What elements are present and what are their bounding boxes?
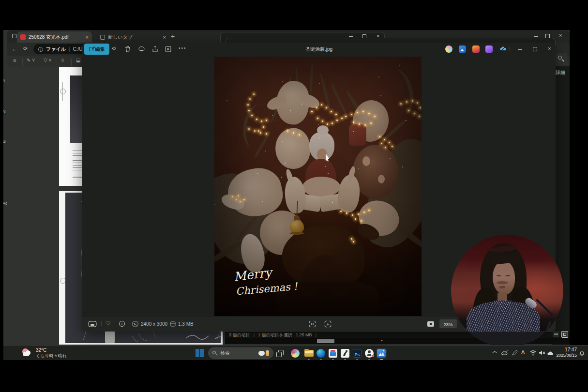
status-items-count: 3 個の項目 [229,332,250,338]
photos-title: 圣诞涂装.jpg [82,46,556,53]
browser-tab-active[interactable]: 250628 玄光本.pdf × [17,31,92,43]
address-divider: | [69,46,70,52]
zoom-actual-button[interactable] [324,320,332,328]
browser-close-button[interactable]: × [559,32,562,38]
explorer2-minimize[interactable] [349,36,353,37]
explorer-view-toggle-thumbnails[interactable] [561,331,568,338]
weather-widget[interactable]: 32°C くもり時々晴れ [22,347,87,360]
designer-icon[interactable] [472,45,480,53]
ime-indicator[interactable]: A [521,349,525,355]
start-button[interactable] [196,349,204,358]
desktop-icon-label: G [3,139,6,144]
store-icon[interactable] [329,349,337,358]
tray-time: 17:47 [555,347,577,353]
webcam-person-face [493,261,515,295]
back-icon[interactable]: ← [12,45,17,52]
webcam-face-shadow [497,281,508,284]
erase-tool-icon[interactable]: ◊ [61,58,64,63]
favorite-icon[interactable]: ♡ [106,320,111,327]
fullscreen-button[interactable] [427,321,435,327]
tab-close-icon[interactable]: × [163,34,166,40]
page2-bright-spot [105,330,115,343]
webcam-person-mouth [499,286,505,288]
camera-app-icon[interactable] [365,349,374,358]
taskbar: 32°C くもり時々晴れ 検索 Ps [3,345,588,360]
highlight-tool-icon[interactable]: ▽ ˅ [44,58,51,63]
photoshop-icon[interactable]: Ps [353,349,362,358]
search-label: 検索 [220,350,256,357]
running-app-dot [368,359,370,360]
tray-clock[interactable]: 17:47 2025/08/15 [555,347,577,358]
page-view-icon[interactable]: ⬓ [76,58,80,63]
zbrush-icon[interactable] [341,349,349,358]
wifi-icon[interactable] [529,350,537,356]
clipchamp-icon[interactable] [485,45,493,53]
refresh-icon[interactable]: ⟳ [23,45,28,52]
tray-chevron-icon[interactable] [492,350,497,355]
artwork-image[interactable]: MerryChrisemas ! [214,57,422,316]
edge-icon[interactable] [317,349,325,358]
cloud-tray-icon[interactable] [547,350,555,356]
image-filesize: 1.3 MB [178,321,194,327]
desktop-icon-label: : [3,169,4,174]
address-scheme: ファイル [46,46,66,53]
tab-close-icon[interactable]: × [86,34,89,40]
photoshop-icon-label: Ps [355,352,360,357]
running-app-dot [332,359,334,360]
crop-mark [60,89,66,94]
gallery-icon[interactable] [459,45,466,53]
pdf-details-label[interactable]: 詳細 [556,69,565,76]
scroll-dropdown-arrow[interactable]: ▾ [381,338,383,343]
zoom-fit-button[interactable] [309,320,316,328]
status-divider: | [254,332,255,337]
running-app-dot [356,359,358,360]
photos-minimize-button[interactable] [518,49,522,50]
status-selected-size: 1.25 MB [296,332,312,337]
file-explorer-icon[interactable] [304,349,314,358]
volume-muted-icon[interactable] [539,350,545,356]
explorer-view-toggle-list[interactable] [553,332,559,337]
desktop-icon-label: A [3,78,5,83]
toc-icon[interactable]: ≡ [13,58,16,63]
filmstrip-button[interactable] [88,321,97,328]
tab-title: 250628 玄光本.pdf [29,34,83,41]
screen: A N G : Ac 250628 玄光本.pdf × 新しいタブ × + × [3,30,588,360]
onedrive-tray-icon[interactable] [501,350,509,356]
search-highlight-cloud [258,351,265,356]
running-app-dot [308,359,310,360]
running-app-dot [344,359,346,360]
copilot-taskbar-icon[interactable] [291,349,300,358]
pdf-search-icon[interactable] [555,53,567,66]
tab-search-button[interactable] [12,34,16,38]
search-icon [212,351,217,356]
notification-bell-icon[interactable] [579,350,585,357]
pdf-file-icon [20,34,26,40]
info-icon[interactable]: i [38,47,43,52]
pen-tray-icon[interactable] [512,350,518,356]
taskview-button[interactable] [276,349,285,358]
zoom-level-value: 28% [443,322,452,327]
photos-maximize-button[interactable] [533,47,537,51]
scrollbar-thumb[interactable] [317,339,334,343]
new-tab-button[interactable]: + [171,32,175,40]
copilot-icon[interactable] [445,45,452,53]
status-selected-count: 1 個の項目を選択 [258,332,292,338]
weather-icon [22,348,32,359]
photos-close-button[interactable]: × [548,45,551,51]
photos-app-icon[interactable] [376,348,387,359]
photos-titlebar: 編集 ⟲ ••• 圣诞涂装.jpg | × [82,43,556,56]
browser-minimize-button[interactable] [534,36,538,37]
onedrive-icon[interactable] [499,45,507,53]
taskbar-search-box[interactable]: 検索 [208,347,273,359]
desktop-icon-label: N [3,109,6,114]
image-dimensions: 2400 x 3000 [141,321,167,327]
tray-date: 2025/08/15 [555,353,577,358]
crop-mark-line [62,82,63,101]
status-divider: | [316,332,317,337]
search-highlight-figure [266,350,269,356]
browser-tab-inactive[interactable]: 新しいタブ × [97,31,169,43]
info-button[interactable]: i [119,321,125,327]
draw-tool-icon[interactable]: ✎ ˅ [27,58,35,63]
desktop-right-void [570,30,588,345]
zoom-level-badge[interactable]: 28% [439,319,457,328]
